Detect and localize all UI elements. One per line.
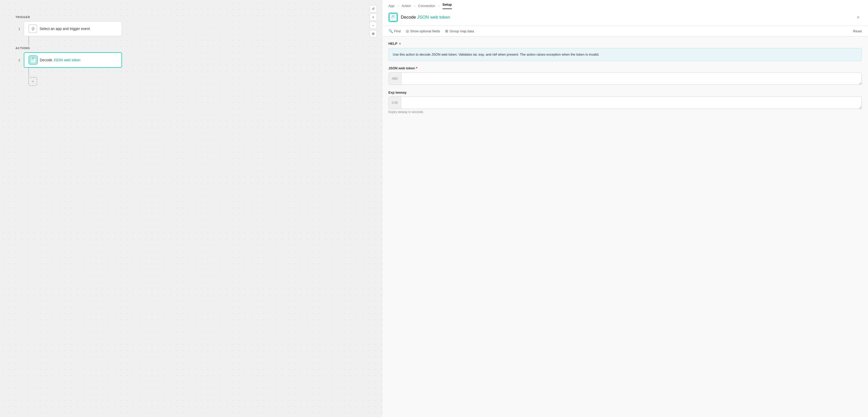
trigger-section-label: TRIGGER: [16, 16, 30, 19]
connector-2: [28, 68, 29, 77]
zoom-out-button[interactable]: −: [370, 22, 377, 29]
jwt-icon: JWT: [29, 56, 37, 64]
step-2-row: 2 JWT Decode JSON w: [16, 52, 122, 68]
exp-leeway-label: Exp leeway: [389, 91, 862, 94]
json-token-label-text: JSON web token: [389, 66, 415, 70]
json-token-field-section: JSON web token * ABC: [389, 66, 862, 85]
help-text-box: Use this action to decode JSON web token…: [389, 48, 862, 61]
exp-leeway-prefix: 0.00: [389, 97, 401, 109]
reset-button[interactable]: Reset: [853, 29, 862, 33]
action-icon-container: JWT: [29, 56, 37, 64]
zoom-fit-button[interactable]: ⊕: [370, 30, 377, 37]
svg-text:JWT: JWT: [391, 15, 395, 17]
right-panel: App → Action → Connection → Setup JWT De…: [382, 0, 868, 417]
action-node-label: Decode JSON web token: [40, 58, 81, 62]
group-map-label: Group map data: [450, 29, 474, 33]
action-node[interactable]: JWT Decode JSON web token: [24, 52, 122, 68]
json-token-input-row: ABC: [389, 72, 862, 85]
breadcrumb-connection[interactable]: Connection: [418, 4, 435, 8]
breadcrumb-arrow-3: →: [437, 4, 440, 8]
actions-section-label: ACTIONS: [16, 47, 30, 50]
trigger-icon-container: [29, 25, 37, 33]
trigger-node-label: Select an app and trigger event: [39, 27, 90, 31]
panel-toolbar: 🔍 Find ◎ Show optional fields ⊞ Group ma…: [382, 26, 868, 36]
breadcrumb-setup[interactable]: Setup: [442, 3, 452, 9]
svg-rect-3: [31, 60, 35, 61]
find-label: Find: [394, 29, 401, 33]
panel-title-highlight: JSON web token: [417, 15, 450, 20]
exp-leeway-field-section: Exp leeway 0.00 Expiry leeway in seconds: [389, 91, 862, 114]
panel-title-prefix: Decode: [401, 15, 417, 20]
help-header[interactable]: HELP ∧: [389, 42, 862, 46]
zoom-in-button[interactable]: +: [370, 13, 377, 21]
show-optional-button[interactable]: ◎ Show optional fields: [406, 28, 440, 34]
json-token-required-marker: *: [416, 66, 417, 70]
connector-1: [28, 36, 29, 46]
action-label-highlight: JSON web token: [53, 58, 81, 62]
find-button[interactable]: 🔍 Find: [389, 28, 401, 34]
exp-leeway-input[interactable]: [401, 97, 862, 109]
breadcrumb-action[interactable]: Action: [402, 4, 411, 8]
breadcrumb-arrow-1: →: [397, 4, 400, 8]
add-step-button[interactable]: +: [28, 77, 37, 86]
close-panel-button[interactable]: ×: [855, 14, 862, 21]
help-text: Use this action to decode JSON web token…: [393, 53, 599, 56]
svg-rect-4: [31, 61, 33, 62]
step-1-number: 1: [16, 27, 20, 31]
trigger-icon: [29, 25, 37, 33]
action-label-prefix: Decode: [40, 58, 53, 62]
eye-icon: ◎: [406, 29, 409, 33]
chevron-up-icon: ∧: [399, 42, 401, 45]
svg-text:JWT: JWT: [32, 58, 34, 59]
svg-rect-8: [391, 17, 396, 18]
workflow-steps: TRIGGER 1 Select an app and trigger even…: [16, 16, 122, 86]
step-1-row: 1 Select an app and trigger event: [16, 21, 122, 36]
step-2-number: 2: [16, 58, 20, 62]
trigger-node[interactable]: Select an app and trigger event: [24, 21, 122, 36]
panel-jwt-icon: JWT: [389, 13, 398, 22]
workflow-canvas: ↺ + − ⊕ TRIGGER 1 Select an app and trig…: [0, 0, 382, 417]
group-map-button[interactable]: ⊞ Group map data: [445, 28, 474, 34]
search-icon: 🔍: [389, 29, 393, 33]
help-section: HELP ∧ Use this action to decode JSON we…: [389, 42, 862, 61]
zoom-controls: ↺ + − ⊕: [370, 5, 377, 37]
group-icon: ⊞: [445, 29, 448, 33]
show-optional-label: Show optional fields: [410, 29, 440, 33]
panel-content: HELP ∧ Use this action to decode JSON we…: [382, 36, 868, 417]
breadcrumb-arrow-2: →: [413, 4, 416, 8]
zoom-reset-button[interactable]: ↺: [370, 5, 377, 12]
exp-leeway-hint: Expiry leeway in seconds: [389, 110, 862, 114]
panel-title-row: JWT Decode JSON web token ×: [389, 9, 862, 26]
help-label: HELP: [389, 42, 398, 46]
svg-rect-9: [391, 18, 395, 18]
svg-rect-2: [31, 59, 34, 59]
json-token-input[interactable]: [401, 73, 862, 85]
json-token-prefix: ABC: [389, 73, 402, 85]
exp-leeway-label-text: Exp leeway: [389, 91, 407, 94]
panel-title: Decode JSON web token: [401, 15, 851, 20]
json-token-label: JSON web token *: [389, 66, 862, 70]
exp-leeway-input-row: 0.00: [389, 96, 862, 109]
breadcrumb: App → Action → Connection → Setup: [389, 0, 862, 9]
svg-rect-10: [391, 19, 394, 19]
panel-header: App → Action → Connection → Setup JWT De…: [382, 0, 868, 26]
breadcrumb-app[interactable]: App: [389, 4, 395, 8]
